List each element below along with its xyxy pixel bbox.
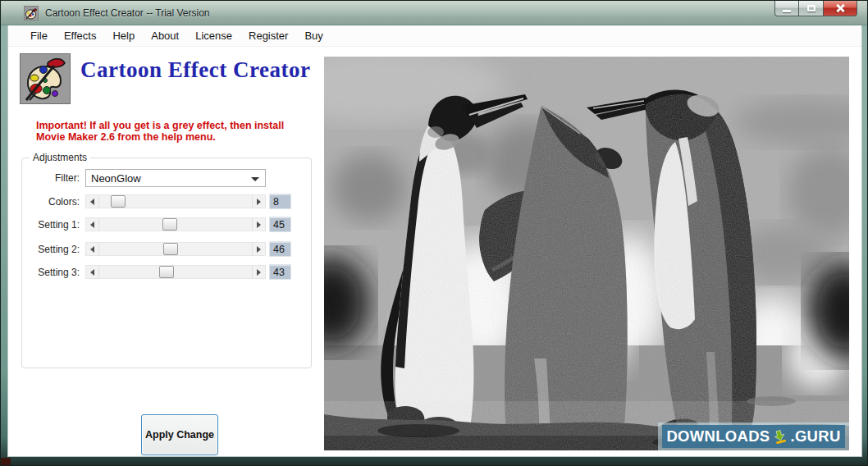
adjustments-group: Adjustments Filter: NeonGlow Colors: 8 S… [21,158,312,368]
app-icon [24,6,39,21]
arrow-right-icon [257,199,261,205]
menubar: File Effects Help About License Register… [8,25,861,47]
arrow-left-icon [90,222,94,228]
scroll-right-button[interactable] [252,243,265,255]
main-content: Cartoon Effect Creator Important! If all… [8,47,861,456]
arrow-right-icon [257,269,261,276]
setting2-slider[interactable] [85,242,266,256]
filter-selected-value: NeonGlow [91,172,141,185]
colors-label: Colors: [22,196,80,208]
scroll-left-button[interactable] [86,218,99,231]
setting3-label: Setting 3: [22,267,80,278]
apply-change-button[interactable]: Apply Change [141,414,218,455]
page-title: Cartoon Effect Creator [80,57,310,83]
watermark-tld: .GURU [790,427,840,445]
colors-slider-thumb[interactable] [111,195,126,208]
desktop-corner [1,458,11,465]
watermark-brand: DOWNLOADS [666,427,770,445]
maximize-button[interactable] [799,1,823,16]
setting1-value: 45 [269,217,291,232]
arrow-left-icon [90,246,94,253]
app-window: Cartoon Effect Creator -- Trial Version … [0,0,868,466]
scroll-left-button[interactable] [86,266,99,278]
download-icon [773,430,787,444]
arrow-left-icon [90,269,94,276]
close-button[interactable] [823,1,857,16]
watermark-band: DOWNLOADS .GURU [662,425,845,448]
setting2-label: Setting 2: [22,244,80,255]
scroll-right-button[interactable] [252,266,265,278]
setting1-slider-thumb[interactable] [162,218,177,231]
warning-text: Important! If all you get is a grey effe… [36,120,284,143]
menu-item-buy[interactable]: Buy [296,27,331,44]
minimize-icon [783,10,791,12]
scroll-left-button[interactable] [86,243,99,255]
window-body: File Effects Help About License Register… [7,25,862,457]
colors-value: 8 [269,194,291,209]
app-logo-palette-icon [20,53,71,104]
setting3-slider-thumb[interactable] [159,266,174,278]
arrow-right-icon [257,222,261,228]
warning-line-1: Important! If all you get is a grey effe… [36,120,284,131]
window-title: Cartoon Effect Creator -- Trial Version [45,7,210,19]
arrow-right-icon [257,246,261,253]
scroll-right-button[interactable] [252,218,265,231]
menu-item-file[interactable]: File [22,27,56,44]
minimize-button[interactable] [774,1,799,16]
menu-item-about[interactable]: About [143,27,187,44]
colors-slider[interactable] [85,194,266,208]
setting3-slider[interactable] [85,265,266,279]
chevron-down-icon [251,177,259,181]
warning-line-2: Movie Maker 2.6 from the help menu. [36,131,284,143]
scroll-right-button[interactable] [252,195,265,208]
setting2-value: 46 [269,241,291,257]
close-icon [835,3,845,13]
filter-dropdown[interactable]: NeonGlow [85,169,266,187]
filter-label: Filter: [22,172,80,184]
titlebar[interactable]: Cartoon Effect Creator -- Trial Version [1,1,867,25]
setting3-value: 43 [269,264,291,280]
menu-item-register[interactable]: Register [240,27,296,44]
arrow-left-icon [90,199,94,205]
setting2-slider-thumb[interactable] [163,243,178,255]
menu-item-effects[interactable]: Effects [56,27,105,44]
adjustments-group-label: Adjustments [30,152,90,163]
scroll-left-button[interactable] [86,195,99,208]
watermark-frame: DOWNLOADS .GURU [658,423,849,450]
setting1-label: Setting 1: [22,219,80,231]
menu-item-license[interactable]: License [187,27,240,44]
preview-image: DOWNLOADS .GURU [324,57,849,450]
setting1-slider[interactable] [85,217,266,231]
maximize-icon [807,5,815,11]
window-controls [774,1,857,16]
menu-item-help[interactable]: Help [104,27,143,44]
